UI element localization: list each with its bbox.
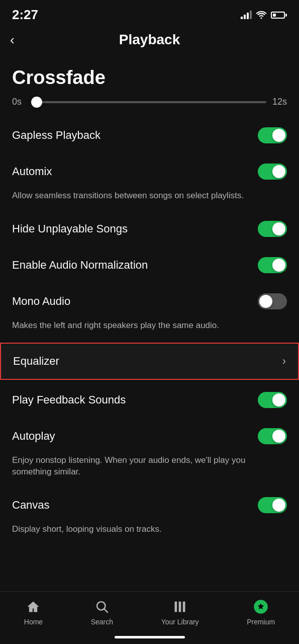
nav-item-home[interactable]: Home bbox=[24, 599, 43, 626]
svg-rect-2 bbox=[175, 602, 177, 612]
crossfade-slider-container[interactable]: 0s 12s bbox=[0, 97, 299, 117]
svg-rect-4 bbox=[183, 602, 185, 612]
play-feedback-row: Play Feedback Sounds bbox=[0, 382, 299, 418]
hide-unplayable-toggle[interactable] bbox=[258, 221, 287, 237]
canvas-label: Canvas bbox=[12, 499, 50, 512]
search-icon bbox=[94, 599, 110, 615]
autoplay-row: Autoplay bbox=[0, 418, 299, 454]
crossfade-slider-thumb[interactable] bbox=[31, 97, 42, 108]
play-feedback-toggle-thumb bbox=[272, 393, 285, 407]
back-button[interactable]: ‹ bbox=[10, 33, 15, 46]
mono-audio-toggle[interactable] bbox=[258, 293, 287, 309]
canvas-row: Canvas bbox=[0, 487, 299, 523]
crossfade-min-label: 0s bbox=[12, 97, 26, 107]
gapless-playback-row: Gapless Playback bbox=[0, 117, 299, 153]
mono-audio-row: Mono Audio bbox=[0, 283, 299, 319]
hide-unplayable-label: Hide Unplayable Songs bbox=[12, 222, 128, 235]
mono-audio-description: Makes the left and right speakers play t… bbox=[0, 319, 299, 341]
autoplay-label: Autoplay bbox=[12, 430, 55, 443]
automix-description: Allow seamless transitions between songs… bbox=[0, 190, 299, 211]
status-icons bbox=[241, 11, 287, 19]
search-nav-label: Search bbox=[91, 618, 113, 626]
home-icon bbox=[25, 599, 41, 615]
play-feedback-toggle[interactable] bbox=[258, 392, 287, 408]
premium-nav-label: Premium bbox=[247, 618, 275, 626]
svg-rect-3 bbox=[179, 602, 181, 612]
canvas-toggle[interactable] bbox=[258, 497, 287, 513]
automix-row: Automix bbox=[0, 153, 299, 190]
crossfade-title: Crossfade bbox=[0, 62, 299, 97]
canvas-description: Display short, looping visuals on tracks… bbox=[0, 523, 299, 544]
status-time: 2:27 bbox=[12, 7, 38, 23]
automix-label: Automix bbox=[12, 165, 52, 178]
equalizer-row[interactable]: Equalizer › bbox=[0, 343, 299, 380]
hide-unplayable-toggle-thumb bbox=[272, 222, 285, 235]
audio-norm-label: Enable Audio Normalization bbox=[12, 259, 148, 272]
battery-icon bbox=[271, 12, 287, 19]
settings-content: Crossfade 0s 12s Gapless Playback Automi… bbox=[0, 57, 299, 591]
nav-item-library[interactable]: Your Library bbox=[161, 599, 199, 626]
mono-audio-label: Mono Audio bbox=[12, 295, 70, 308]
home-indicator-bar bbox=[115, 636, 185, 638]
equalizer-label: Equalizer bbox=[13, 355, 59, 368]
autoplay-toggle[interactable] bbox=[258, 428, 287, 444]
library-nav-label: Your Library bbox=[161, 618, 199, 626]
svg-line-1 bbox=[104, 609, 108, 612]
bottom-nav: Home Search Your Library bbox=[0, 591, 299, 630]
audio-norm-row: Enable Audio Normalization bbox=[0, 247, 299, 283]
wifi-icon bbox=[256, 11, 267, 19]
home-nav-label: Home bbox=[24, 618, 43, 626]
equalizer-chevron-icon: › bbox=[282, 355, 286, 368]
automix-toggle-thumb bbox=[272, 165, 285, 178]
page-title: Playback bbox=[119, 32, 180, 48]
mono-audio-toggle-thumb bbox=[259, 295, 272, 308]
gapless-playback-toggle[interactable] bbox=[258, 127, 287, 143]
automix-toggle[interactable] bbox=[258, 164, 287, 180]
autoplay-description: Enjoy nonstop listening. When your audio… bbox=[0, 454, 299, 488]
audio-norm-toggle[interactable] bbox=[258, 257, 287, 273]
hide-unplayable-row: Hide Unplayable Songs bbox=[0, 211, 299, 247]
play-feedback-label: Play Feedback Sounds bbox=[12, 393, 126, 407]
crossfade-max-label: 12s bbox=[272, 97, 287, 107]
nav-item-premium[interactable]: Premium bbox=[247, 599, 275, 626]
home-indicator bbox=[0, 630, 299, 644]
status-bar: 2:27 bbox=[0, 0, 299, 27]
library-icon bbox=[172, 599, 188, 615]
canvas-toggle-thumb bbox=[272, 499, 285, 512]
gapless-playback-label: Gapless Playback bbox=[12, 129, 101, 142]
audio-norm-toggle-thumb bbox=[272, 259, 285, 272]
autoplay-toggle-thumb bbox=[272, 430, 285, 443]
signal-icon bbox=[241, 11, 252, 19]
nav-item-search[interactable]: Search bbox=[91, 599, 113, 626]
premium-icon bbox=[253, 599, 269, 615]
crossfade-slider-track[interactable] bbox=[32, 101, 266, 103]
header: ‹ Playback bbox=[0, 27, 299, 57]
svg-point-0 bbox=[97, 602, 105, 610]
gapless-toggle-thumb bbox=[272, 129, 285, 142]
